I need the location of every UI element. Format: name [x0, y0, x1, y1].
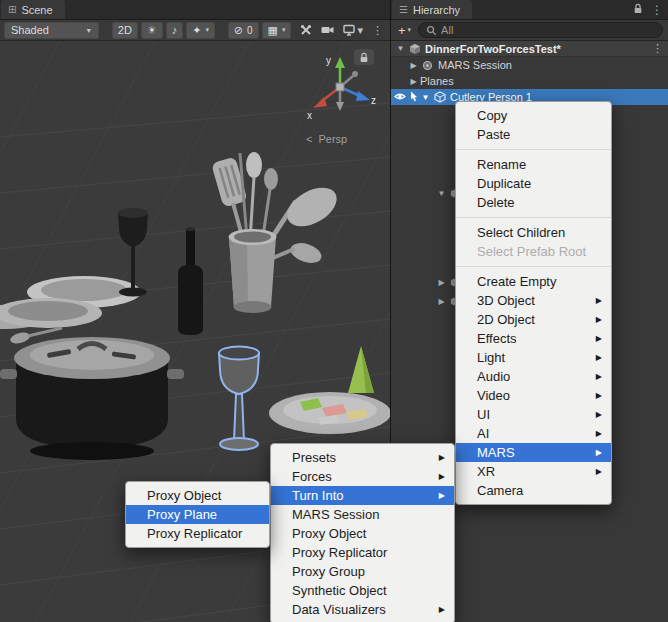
- menu-item-ai[interactable]: AI▶: [456, 424, 611, 443]
- menu-item-camera[interactable]: Camera: [456, 481, 611, 500]
- menu-item-proxy-group[interactable]: Proxy Group: [271, 562, 454, 581]
- menu-item-synthetic-object[interactable]: Synthetic Object: [271, 581, 454, 600]
- menu-item-label: Proxy Object: [292, 526, 366, 541]
- menu-item-paste[interactable]: Paste: [456, 125, 611, 144]
- menu-item-select-children[interactable]: Select Children: [456, 223, 611, 242]
- menu-item-label: Select Children: [477, 225, 565, 240]
- menu-item-label: Camera: [477, 483, 523, 498]
- create-object-button[interactable]: + ▾: [396, 23, 413, 38]
- scene-visibility-toggle[interactable]: ⊘ 0: [228, 22, 259, 39]
- tab-hierarchy[interactable]: ☰ Hierarchy: [392, 0, 472, 19]
- submenu-arrow-icon: ▶: [596, 386, 602, 405]
- submenu-arrow-icon: ▶: [596, 424, 602, 443]
- hierarchy-toolbar: + ▾ All: [391, 20, 668, 41]
- menu-separator: [456, 149, 611, 150]
- menu-item-proxy-object[interactable]: Proxy Object: [271, 524, 454, 543]
- gizmo-lock-button[interactable]: [354, 49, 374, 65]
- display-icon: [343, 24, 355, 36]
- menu-item-label: AI: [477, 426, 489, 441]
- foldout-closed-icon[interactable]: ▶: [407, 61, 420, 70]
- menu-item-label: Rename: [477, 157, 526, 172]
- foldout-closed-icon[interactable]: ▶: [435, 297, 448, 306]
- lighting-toggle[interactable]: ☀: [141, 22, 163, 39]
- scene-name: DinnerForTwoForcesTest*: [425, 43, 561, 55]
- menu-item-turninto-proxy-object[interactable]: Proxy Object: [126, 486, 269, 505]
- menu-item-rename[interactable]: Rename: [456, 155, 611, 174]
- foldout-closed-icon[interactable]: ▶: [435, 278, 448, 287]
- submenu-arrow-icon: ▶: [596, 310, 602, 329]
- menu-item-label: 3D Object: [477, 293, 535, 308]
- visibility-eye-icon[interactable]: [394, 91, 406, 104]
- menu-item-data-visualizers[interactable]: Data Visualizers▶: [271, 600, 454, 619]
- submenu-arrow-icon: ▶: [439, 467, 445, 486]
- foldout-open-icon[interactable]: ▼: [394, 44, 407, 53]
- 2d-toggle[interactable]: 2D: [112, 22, 138, 39]
- foldout-closed-icon[interactable]: ▶: [407, 77, 420, 86]
- tab-hierarchy-label: Hierarchy: [413, 4, 460, 16]
- hidden-object-count: 0: [247, 25, 253, 36]
- perspective-toggle[interactable]: < Persp: [306, 133, 347, 145]
- persp-label: Persp: [318, 133, 347, 145]
- menu-item-mars-session[interactable]: MARS Session: [271, 505, 454, 524]
- panel-lock-button[interactable]: [633, 3, 643, 17]
- camera-icon: [321, 24, 334, 36]
- submenu-arrow-icon: ▶: [596, 329, 602, 348]
- grid-visibility-dropdown[interactable]: ▦ ▾: [262, 22, 292, 39]
- menu-item-label: 2D Object: [477, 312, 535, 327]
- menu-item-mars[interactable]: MARS▶: [456, 443, 611, 462]
- tools-icon: [300, 24, 312, 36]
- menu-item-copy[interactable]: Copy: [456, 106, 611, 125]
- submenu-arrow-icon: ▶: [439, 486, 445, 505]
- menu-item-turninto-proxy-replicator[interactable]: Proxy Replicator: [126, 524, 269, 543]
- menu-item-presets[interactable]: Presets▶: [271, 448, 454, 467]
- kebab-icon[interactable]: ⋮: [652, 42, 663, 55]
- menu-item-create-empty[interactable]: Create Empty: [456, 272, 611, 291]
- unity-scene-icon: [407, 42, 422, 55]
- grid-tab-icon: ⊞: [8, 4, 16, 15]
- menu-item-turn-into[interactable]: Turn Into▶: [271, 486, 454, 505]
- menu-item-effects[interactable]: Effects▶: [456, 329, 611, 348]
- effects-dropdown[interactable]: ✦ ▾: [186, 22, 215, 39]
- menu-item-delete[interactable]: Delete: [456, 193, 611, 212]
- speaker-icon: ♪: [172, 24, 178, 36]
- camera-button[interactable]: [318, 22, 337, 39]
- menu-item-label: Audio: [477, 369, 510, 384]
- menu-item-3d-object[interactable]: 3D Object▶: [456, 291, 611, 310]
- submenu-arrow-icon: ▶: [596, 348, 602, 367]
- component-tools-icon[interactable]: [297, 22, 315, 39]
- submenu-arrow-icon: ▶: [596, 462, 602, 481]
- menu-item-video[interactable]: Video▶: [456, 386, 611, 405]
- tree-row-planes[interactable]: ▶ Planes: [391, 73, 668, 89]
- menu-item-turninto-proxy-plane[interactable]: Proxy Plane: [126, 505, 269, 524]
- menu-item-duplicate[interactable]: Duplicate: [456, 174, 611, 193]
- foldout-open-icon[interactable]: ▼: [435, 189, 448, 198]
- pickability-cursor-icon[interactable]: [409, 91, 419, 104]
- menu-item-ui[interactable]: UI▶: [456, 405, 611, 424]
- menu-item-label: Proxy Replicator: [147, 526, 242, 541]
- effects-icon: ✦: [192, 24, 201, 37]
- shading-mode-dropdown[interactable]: Shaded ▼: [4, 22, 99, 39]
- gizmo-center-cube: [336, 83, 344, 91]
- submenu-arrow-icon: ▶: [439, 600, 445, 619]
- proxy-object-icon: [432, 91, 447, 104]
- dropdown-arrow-icon: ▾: [357, 24, 363, 37]
- audio-toggle[interactable]: ♪: [166, 22, 184, 39]
- mars-session-icon: [420, 59, 435, 72]
- scene-header-row[interactable]: ▼ DinnerForTwoForcesTest* ⋮: [391, 41, 668, 57]
- menu-item-2d-object[interactable]: 2D Object▶: [456, 310, 611, 329]
- display-dropdown[interactable]: ▾: [340, 22, 366, 39]
- menu-item-light[interactable]: Light▶: [456, 348, 611, 367]
- panel-kebab-menu[interactable]: ⋮: [651, 3, 663, 17]
- menu-item-audio[interactable]: Audio▶: [456, 367, 611, 386]
- menu-item-proxy-replicator[interactable]: Proxy Replicator: [271, 543, 454, 562]
- tab-scene[interactable]: ⊞ Scene: [1, 0, 65, 19]
- menu-item-xr[interactable]: XR▶: [456, 462, 611, 481]
- scene-kebab-menu[interactable]: ⋮: [369, 22, 386, 39]
- hierarchy-search-input[interactable]: All: [418, 22, 663, 38]
- foldout-open-icon[interactable]: ▼: [419, 93, 432, 102]
- menu-item-forces[interactable]: Forces▶: [271, 467, 454, 486]
- menu-item-label: XR: [477, 464, 495, 479]
- tree-row-mars-session[interactable]: ▶ MARS Session: [391, 57, 668, 73]
- menu-item-label: MARS: [477, 445, 515, 460]
- menu-item-label: Light: [477, 350, 505, 365]
